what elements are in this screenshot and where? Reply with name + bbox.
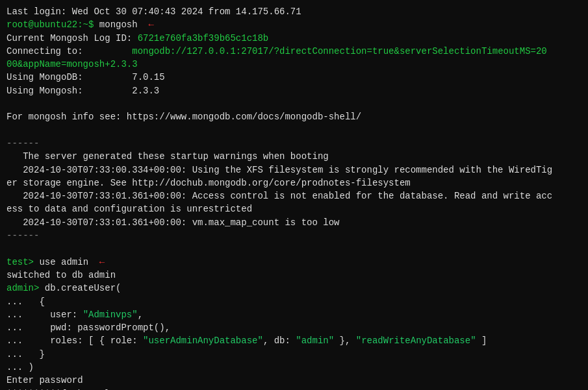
login-line: Last login: Wed Oct 30 07:40:43 2024 fro…	[6, 5, 582, 18]
user-value: "Adminvps"	[83, 310, 138, 320]
mongosh-cmd: mongosh	[99, 19, 138, 30]
empty-line-2	[6, 124, 582, 137]
using-mongosh-label: Using Mongosh:	[6, 86, 132, 96]
use-admin-cmd: use admin	[39, 257, 88, 267]
user-field-line: ... user: "Adminvps",	[6, 308, 582, 321]
warning-line-4: ess to data and configuration is unrestr…	[6, 202, 582, 215]
readwrite-value: "readWriteAnyDatabase"	[356, 335, 476, 346]
warning-line-5: 2024-10-30T07:33:01.361+00:00: vm.max_ma…	[6, 216, 582, 229]
paren-close-line: ... )	[6, 361, 582, 374]
createuser-prompt-line: admin> db.createUser(	[6, 282, 582, 295]
user-comma: ,	[138, 310, 143, 320]
using-mongodb-line: Using MongoDB: 7.0.15	[6, 71, 582, 84]
dashes-2: ------	[6, 229, 582, 242]
using-mongosh-line: Using Mongosh: 2.3.3	[6, 84, 582, 97]
connecting-line: Connecting to: mongodb://127.0.0.1:27017…	[6, 45, 582, 58]
empty-line-3	[6, 242, 582, 255]
using-mongosh-version: 2.3.3	[132, 86, 159, 96]
password-result-line: **********{ ok: 1 }	[6, 387, 582, 390]
roles-close1: },	[334, 335, 356, 346]
test-prompt: test>	[6, 257, 39, 267]
pwd-field-line: ... pwd: passwordPrompt(),	[6, 321, 582, 334]
roles-comma: , db:	[263, 335, 296, 346]
roles-close2: ]	[476, 335, 487, 346]
role-value: "userAdminAnyDatabase"	[143, 335, 263, 346]
using-mongodb-label: Using MongoDB:	[6, 72, 132, 82]
arrow-1: ←	[148, 19, 153, 30]
dashes-1: ------	[6, 137, 582, 150]
user-label: ... user:	[6, 310, 83, 320]
connecting-url: mongodb://127.0.0.1:27017/?directConnect…	[132, 46, 547, 56]
log-id-label: Current Mongosh Log ID:	[6, 33, 138, 43]
log-id-line: Current Mongosh Log ID: 6721e760fa3bf39b…	[6, 32, 582, 45]
prompt-user: root@ubuntu22:~$	[6, 19, 99, 30]
terminal-window: Last login: Wed Oct 30 07:40:43 2024 fro…	[6, 5, 582, 390]
log-id-value: 6721e760fa3bf39b65c1c18b	[138, 33, 269, 43]
enter-password-line: Enter password	[6, 374, 582, 387]
switched-line: switched to db admin	[6, 269, 582, 282]
brace-close-line: ... }	[6, 348, 582, 361]
db-value: "admin"	[296, 335, 334, 346]
arrow-2: ←	[99, 257, 105, 267]
for-info-line: For mongosh info see: https://www.mongod…	[6, 110, 582, 123]
using-mongodb-version: 7.0.15	[132, 72, 164, 82]
warning-line-2: er storage engine. See http://dochub.mon…	[6, 177, 582, 189]
connecting-line2: 00&appName=mongosh+2.3.3	[6, 58, 582, 71]
prompt-mongosh-line: root@ubuntu22:~$ mongosh ←	[6, 18, 582, 31]
empty-line-1	[6, 97, 582, 110]
warning-line-1: 2024-10-30T07:33:00.334+00:00: Using the…	[6, 164, 582, 177]
prompt-use-admin-line: test> use admin ←	[6, 256, 582, 269]
roles-field-line: ... roles: [ { role: "userAdminAnyDataba…	[6, 334, 582, 347]
warning-line-3: 2024-10-30T07:33:01.361+00:00: Access co…	[6, 189, 582, 202]
admin-prompt-1: admin>	[6, 283, 45, 293]
createuser-cmd: db.createUser(	[45, 283, 121, 293]
server-warning-line: The server generated these startup warni…	[6, 150, 582, 163]
connecting-label: Connecting to:	[6, 46, 132, 56]
roles-prefix: ... roles: [ { role:	[6, 335, 143, 346]
brace-open-line: ... {	[6, 295, 582, 308]
